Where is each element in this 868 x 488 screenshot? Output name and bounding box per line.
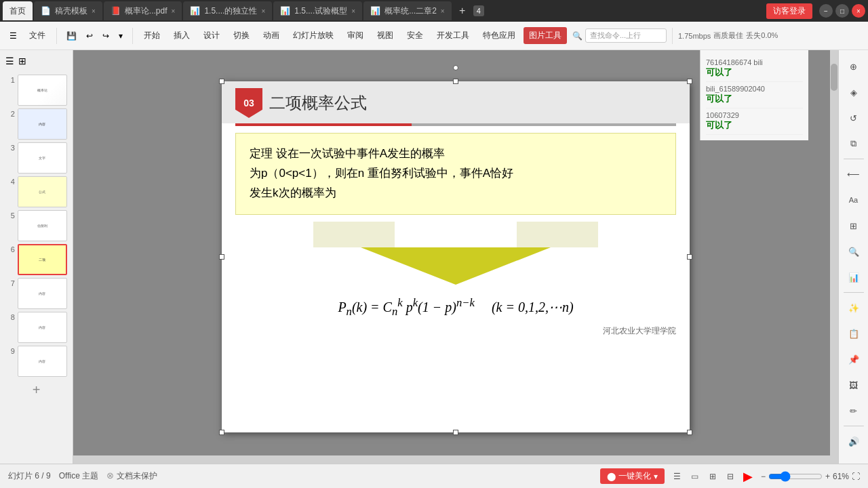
menu-view[interactable]: 视图 [372,27,399,44]
login-button[interactable]: 访客登录 [766,3,812,19]
slide-thumb-7[interactable]: 7 内容 [5,278,67,309]
toolbar-dropdown[interactable]: ▾ [115,29,127,43]
handle-topleft[interactable] [219,79,224,84]
slide-thumb-5[interactable]: 5 伯努利 [5,210,67,241]
right-btn-format[interactable]: Aa [843,189,865,211]
handle-topmid[interactable] [453,79,458,84]
slide-thumb-1[interactable]: 1 概率论 [5,75,67,106]
menu-transition[interactable]: 切换 [228,27,255,44]
split-view-button[interactable]: ⊟ [723,469,738,484]
right-btn-sound[interactable]: 🔊 [843,430,865,452]
tab-ppt1-label: 1.5....的独立性 [204,5,257,17]
right-btn-crop[interactable]: ⧉ [843,133,865,155]
chat-text-1: 可以了 [706,66,803,79]
slide-image-2: 内容 [18,108,67,140]
right-btn-edit[interactable]: ✏ [843,400,865,422]
window-controls: − □ × [819,4,865,18]
toolbar-undo-button[interactable]: ↩ [82,29,97,43]
handle-bottomleft[interactable] [219,430,224,435]
tab-add-button[interactable]: + [453,1,472,20]
handle-rotate[interactable] [453,65,458,70]
tab-template-close[interactable]: × [92,7,96,15]
slide-num-1: 1 [5,75,15,84]
scrollbar-thumb[interactable] [831,64,837,91]
right-btn-align[interactable]: ⟵ [843,163,865,185]
right-btn-zoom[interactable]: 🔍 [843,241,865,262]
tab-ppt3[interactable]: 📊 概率统...二章2 × [363,1,452,20]
menu-developer[interactable]: 开发工具 [431,27,475,44]
zoom-percent: 61% [833,472,849,481]
handle-midright[interactable] [687,254,692,260]
tab-ppt3-label: 概率统...二章2 [384,5,437,17]
right-btn-grid[interactable]: ⊞ [843,215,865,237]
slide-canvas-wrapper[interactable]: 76164186674 bili 可以了 bili_61589902040 可以… [73,50,838,464]
handle-midleft[interactable] [219,254,224,260]
right-btn-rotate[interactable]: ↺ [843,107,865,129]
tab-ppt3-close[interactable]: × [441,7,445,15]
chat-user-3: 10607329 [706,111,803,119]
status-bar: 幻灯片 6 / 9 Office 主题 ⊗ 文档未保护 ⬤ 一键美化 ▾ ☰ ▭… [0,464,868,488]
formula-text: Pn(k) = Cnk pk(1 − p)n−k (k = 0,1,2,⋯n) [338,300,573,314]
tab-ppt1[interactable]: 📊 1.5....的独立性 × [183,1,272,20]
vertical-scrollbar[interactable] [830,50,838,464]
menu-special[interactable]: 特色应用 [477,27,521,44]
right-btn-magic[interactable]: ✨ [843,297,865,319]
normal-view-button[interactable]: ▭ [688,469,703,484]
tab-pdf1-close[interactable]: × [172,7,176,15]
handle-topright[interactable] [687,79,692,84]
beautify-button[interactable]: ⬤ 一键美化 ▾ [600,468,665,484]
slide-thumb-2[interactable]: 2 内容 [5,108,67,140]
slide-thumb-3[interactable]: 3 文字 [5,142,67,174]
slide-thumb-9[interactable]: 9 内容 [5,346,67,377]
menu-start[interactable]: 开始 [138,27,165,44]
zoom-out-button[interactable]: − [761,472,766,481]
tab-ppt1-close[interactable]: × [261,7,265,15]
handle-bottommid[interactable] [453,430,458,435]
right-btn-1[interactable]: ⊕ [843,56,865,77]
slide-image-7: 内容 [18,278,67,309]
zoom-control: − + 61% ⛶ [761,471,860,482]
menu-design[interactable]: 设计 [198,27,225,44]
fullscreen-button[interactable]: ⛶ [852,472,860,481]
tab-ppt2[interactable]: 📊 1.5....试验概型 × [273,1,362,20]
right-panel: ⊕ ◈ ↺ ⧉ ⟵ Aa ⊞ 🔍 📊 ✨ 📋 📌 🖼 ✏ 🔊 [838,50,868,464]
right-btn-chart[interactable]: 📊 [843,266,865,288]
right-btn-paste[interactable]: 📌 [843,348,865,370]
slide-thumb-4[interactable]: 4 公式 [5,176,67,207]
minimize-button[interactable]: − [819,4,833,18]
menu-file[interactable]: 文件 [24,27,51,44]
right-btn-copy[interactable]: 📋 [843,323,865,344]
slide-badge: 03 [235,88,262,118]
menu-picture-tools[interactable]: 图片工具 [524,27,567,44]
menu-slideshow[interactable]: 幻灯片放映 [288,27,339,44]
maximize-button[interactable]: □ [835,4,849,18]
hamburger-menu-button[interactable]: ☰ [5,29,21,43]
slides-grid-icon[interactable]: ⊞ [18,56,26,66]
menu-insert[interactable]: 插入 [168,27,195,44]
toolbar-redo-button[interactable]: ↪ [98,29,113,43]
menu-security[interactable]: 安全 [401,27,429,44]
close-button[interactable]: × [852,4,865,18]
search-box[interactable]: 查找命令...上行 [585,28,667,43]
slide-thumb-6[interactable]: 6 二项 [5,244,67,275]
tab-pdf1[interactable]: 📕 概率论...pdf × [104,1,182,20]
tab-template[interactable]: 📄 稿壳模板 × [34,1,102,20]
present-button[interactable]: ▶ [741,469,755,484]
zoom-in-button[interactable]: + [825,472,830,481]
tab-home[interactable]: 首页 [3,1,33,20]
add-slide-button[interactable]: + [5,380,67,400]
arrow-left-box [313,222,395,247]
right-btn-properties[interactable]: ◈ [843,81,865,103]
list-view-button[interactable]: ☰ [670,469,685,484]
grid-view-button[interactable]: ⊞ [705,469,720,484]
right-btn-media[interactable]: 🖼 [843,374,865,396]
tab-ppt2-close[interactable]: × [351,7,355,15]
toolbar-save-button[interactable]: 💾 [62,29,81,43]
handle-bottomright[interactable] [687,430,692,435]
zoom-slider[interactable] [768,471,823,482]
chat-user-1: 76164186674 bili [706,58,803,66]
menu-animation[interactable]: 动画 [258,27,285,44]
slide-thumb-8[interactable]: 8 内容 [5,312,67,343]
menu-review[interactable]: 审阅 [342,27,369,44]
horizontal-scrollbar[interactable] [73,455,830,464]
